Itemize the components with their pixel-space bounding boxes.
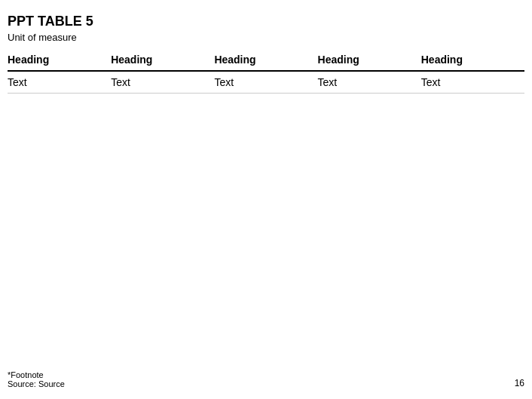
col-header-1: Heading — [8, 51, 111, 71]
table-header-row: Heading Heading Heading Heading Heading — [8, 51, 524, 71]
table-cell-0-1: Text — [111, 71, 214, 94]
col-header-2: Heading — [111, 51, 214, 71]
table-cell-0-3: Text — [318, 71, 421, 94]
table-row: TextTextTextTextText — [8, 71, 524, 94]
page-subtitle: Unit of measure — [8, 32, 524, 43]
col-header-5: Heading — [421, 51, 524, 71]
table-cell-0-4: Text — [421, 71, 524, 94]
col-header-4: Heading — [318, 51, 421, 71]
table-cell-0-0: Text — [8, 71, 111, 94]
footnote: *FootnoteSource: Source — [8, 370, 65, 388]
footer: *FootnoteSource: Source 16 — [8, 370, 524, 388]
data-table: Heading Heading Heading Heading Heading … — [8, 51, 524, 94]
col-header-3: Heading — [214, 51, 317, 71]
table-cell-0-2: Text — [214, 71, 317, 94]
page-title: PPT TABLE 5 — [8, 14, 524, 30]
page-container: PPT TABLE 5 Unit of measure Heading Head… — [0, 0, 532, 399]
page-number: 16 — [515, 378, 524, 388]
